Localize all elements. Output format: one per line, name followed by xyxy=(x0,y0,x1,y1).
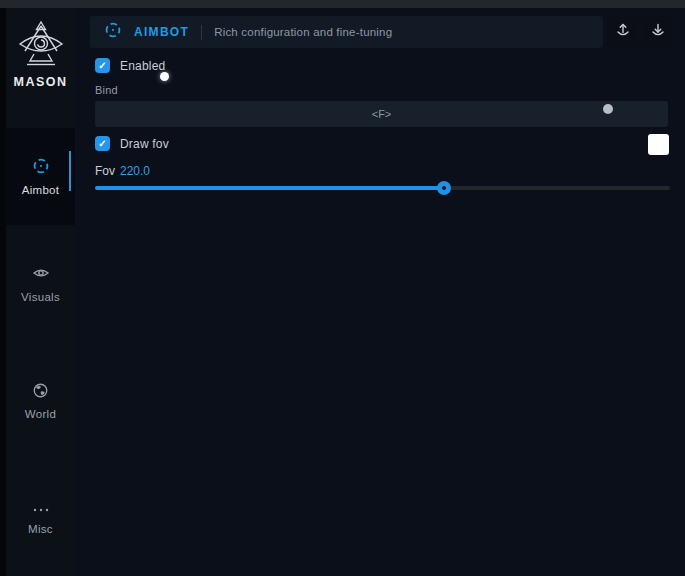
ellipsis-icon xyxy=(32,504,50,516)
bind-label: Bind xyxy=(95,84,118,96)
bind-key-input[interactable]: <F> xyxy=(95,101,668,127)
game-background-strip xyxy=(0,0,685,8)
page-title: AIMBOT xyxy=(134,25,189,39)
sidebar-item-misc[interactable]: Misc xyxy=(6,489,75,549)
draw-fov-label: Draw fov xyxy=(120,137,169,151)
crosshair-icon xyxy=(32,157,50,177)
sidebar-item-label: World xyxy=(25,408,56,420)
particle-dot xyxy=(603,104,613,114)
cursor-dot xyxy=(160,72,169,81)
mason-eye-pyramid-icon xyxy=(18,54,64,71)
mason-menu-window: MASON Aimbot Visuals xyxy=(0,0,685,576)
crosshair-icon xyxy=(104,21,122,43)
page-header: AIMBOT Rich configuration and fine-tunin… xyxy=(90,16,603,48)
fov-label: Fov xyxy=(95,164,115,178)
fov-value: 220.0 xyxy=(120,164,150,178)
upload-icon xyxy=(615,22,631,42)
active-tab-indicator xyxy=(69,151,71,191)
enabled-label: Enabled xyxy=(120,59,165,73)
enabled-checkbox[interactable] xyxy=(95,58,110,73)
fov-color-swatch[interactable] xyxy=(648,134,669,155)
export-config-button[interactable] xyxy=(607,16,638,47)
sidebar-item-label: Misc xyxy=(28,523,53,535)
fov-slider[interactable] xyxy=(95,186,670,190)
fov-row: Fov220.0 xyxy=(95,164,150,178)
sidebar-item-label: Visuals xyxy=(21,291,60,303)
header-divider xyxy=(201,25,202,40)
fov-slider-fill xyxy=(95,186,444,190)
sidebar-item-world[interactable]: World xyxy=(6,371,75,431)
sidebar-item-aimbot[interactable]: Aimbot xyxy=(6,128,75,225)
draw-fov-checkbox[interactable] xyxy=(95,136,110,151)
sidebar-item-visuals[interactable]: Visuals xyxy=(6,253,75,313)
download-icon xyxy=(650,22,666,42)
sidebar: MASON Aimbot Visuals xyxy=(6,8,75,576)
brand-logo: MASON xyxy=(6,20,75,89)
sidebar-item-label: Aimbot xyxy=(22,184,60,196)
brand-name: MASON xyxy=(6,75,75,89)
eye-icon xyxy=(32,264,50,284)
fov-slider-handle[interactable] xyxy=(437,181,451,195)
globe-icon xyxy=(32,382,49,401)
import-config-button[interactable] xyxy=(642,16,673,47)
page-subtitle: Rich configuration and fine-tuning xyxy=(214,26,392,38)
